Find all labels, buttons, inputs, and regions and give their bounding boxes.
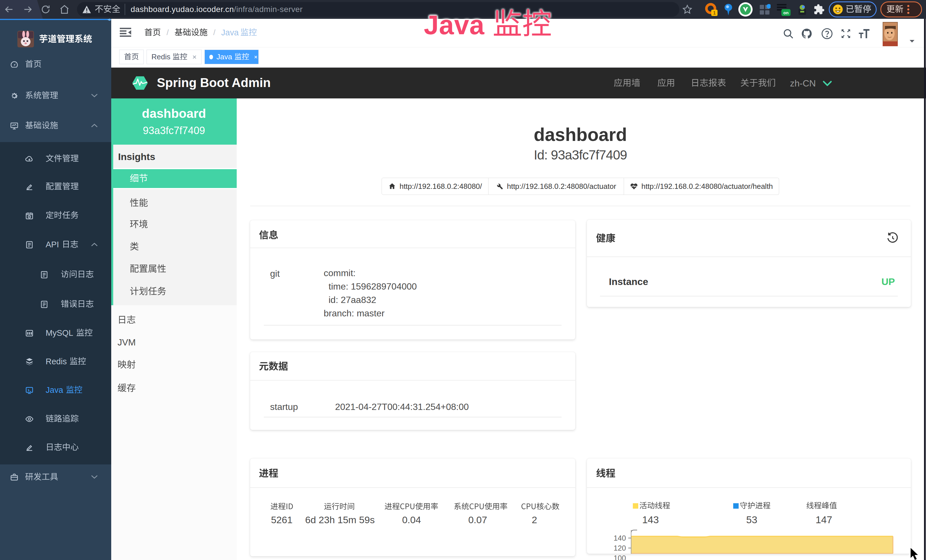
svg-text:on: on xyxy=(784,10,788,15)
svg-text:1: 1 xyxy=(713,11,716,15)
